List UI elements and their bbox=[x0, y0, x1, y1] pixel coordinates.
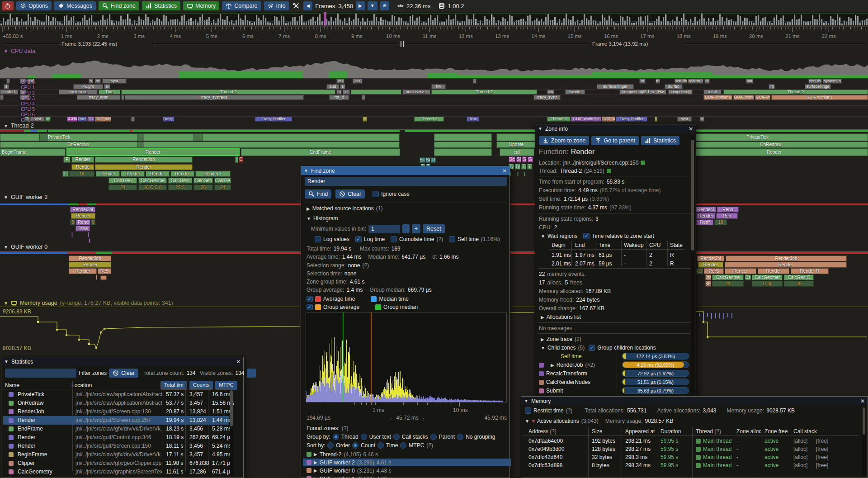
cpu-zone[interactable]: tracy_sysn bbox=[77, 95, 120, 100]
timeline-zone[interactable] bbox=[434, 148, 492, 156]
cpu-zone[interactable]: composer@ bbox=[668, 90, 693, 95]
cpu-zone[interactable]: l bbox=[655, 117, 657, 122]
cpu-zone[interactable]: aud bbox=[326, 84, 339, 89]
collapse-icon[interactable]: ▼ bbox=[304, 168, 308, 173]
cpu-zone[interactable]: GGUIF bbox=[67, 117, 77, 122]
timeline-zone[interactable]: RenderJol bbox=[697, 256, 724, 261]
timeline-zone[interactable] bbox=[100, 275, 107, 280]
cpu-zone[interactable]: surfaceflinge bbox=[805, 84, 831, 89]
timeline-zone[interactable] bbox=[524, 172, 525, 176]
zone-info-titlebar[interactable]: ▼ Zone info ✕ bbox=[535, 124, 696, 133]
allocation-row[interactable]: 0x7dfc53d8988 bytes298.34 ms59.95 sMain … bbox=[521, 462, 865, 470]
expand-icon[interactable]: ▶ bbox=[541, 337, 544, 342]
next-frame-button[interactable]: ▶ bbox=[356, 1, 365, 10]
frame1-label[interactable]: Frame 3,193 (22.45 ms) bbox=[61, 41, 117, 47]
timeline-zone[interactable]: OnRedraw bbox=[0, 142, 400, 148]
statistics-row[interactable]: Renderjni/../jni/src/guif/Screen.cpp:257… bbox=[3, 416, 229, 425]
sort-by-option[interactable]: MTPC bbox=[409, 442, 424, 449]
cpu-zone[interactable] bbox=[131, 117, 135, 122]
timeline-zone[interactable]: 24 bbox=[712, 281, 744, 287]
col-counts[interactable]: Counts bbox=[189, 381, 213, 390]
timeline-zone[interactable]: Render bbox=[696, 213, 715, 219]
messages-button[interactable]: Messages bbox=[54, 1, 96, 10]
timeline-zone[interactable]: Render bbox=[71, 213, 95, 219]
timeline-zone[interactable] bbox=[137, 133, 144, 141]
memory-col-header[interactable]: Zone alloc bbox=[736, 428, 761, 435]
help-hint[interactable]: (?) bbox=[436, 236, 443, 242]
legend-checkbox[interactable]: ✓ bbox=[307, 296, 313, 302]
close-icon[interactable]: ✕ bbox=[860, 398, 865, 404]
frame-overview-strip[interactable] bbox=[0, 12, 868, 26]
timeline-zone[interactable]: Render bbox=[170, 171, 194, 177]
cpu-zone[interactable]: m bbox=[336, 90, 342, 95]
timeline-zone[interactable] bbox=[434, 142, 492, 148]
plus-button[interactable]: + bbox=[412, 224, 420, 233]
cpu-zone[interactable]: system se bbox=[59, 90, 98, 95]
timeline-zone[interactable]: Ty bbox=[515, 164, 520, 170]
statistics-row[interactable]: Clipperjni/../jni/src/claw/gfx/geo/Clipp… bbox=[3, 459, 229, 468]
timeline-zone[interactable]: Render bbox=[71, 156, 94, 163]
statistics-row[interactable]: Renderjni/../jni/src/guif/Control.cpp:34… bbox=[3, 433, 229, 442]
cpu-zone[interactable]: GUI bbox=[87, 117, 94, 122]
guif-worker0-header[interactable]: ▼ GUIF worker 0 bbox=[4, 244, 47, 250]
child-time-bar[interactable]: 4.16 ms (92.60%) bbox=[622, 361, 689, 368]
timeline-zone[interactable]: 24 bbox=[108, 185, 137, 190]
child-time-bar[interactable]: 172.14 µs (3.83%) bbox=[622, 353, 689, 360]
allocation-row[interactable]: 0x7dfaa64e00192 bytes298.21 ms59.95 sMai… bbox=[521, 437, 865, 445]
cpu-zone[interactable] bbox=[362, 95, 365, 100]
timeline-zone[interactable]: Render F bbox=[195, 171, 231, 177]
timeline-zone[interactable]: Dra bbox=[705, 274, 711, 280]
wait-col-header[interactable]: Time bbox=[599, 242, 610, 248]
close-icon[interactable]: ✕ bbox=[236, 359, 241, 365]
timeline-zone[interactable]: Si bbox=[516, 156, 521, 162]
power-button[interactable] bbox=[2, 1, 14, 10]
timeline-zone[interactable] bbox=[71, 232, 73, 237]
wait-col-header[interactable]: Begin bbox=[552, 242, 566, 248]
timeline-zone[interactable] bbox=[235, 156, 238, 163]
collapse-icon[interactable]: ▼ bbox=[4, 195, 8, 200]
timeline-zone[interactable]: S bbox=[528, 156, 533, 162]
timeline-zone[interactable] bbox=[510, 172, 511, 176]
child-zone-row[interactable]: Submit bbox=[539, 388, 563, 394]
timeline-zone[interactable]: CalcGeo bbox=[108, 178, 137, 184]
timeline-zone[interactable]: RenderJol bbox=[70, 207, 95, 213]
timeline-zone[interactable]: 9 bbox=[91, 219, 95, 225]
cpu-zone[interactable]: s bbox=[89, 79, 93, 84]
cpu-zone[interactable]: se bbox=[95, 79, 101, 84]
cpu-zone[interactable]: au bbox=[353, 79, 363, 84]
timeline-zone[interactable]: CalcGeomet bbox=[752, 274, 783, 280]
axis-center[interactable]: ← 45.72 ms → bbox=[380, 415, 434, 421]
guif-worker2-header[interactable]: ▼ GUIF worker 2 bbox=[4, 194, 47, 200]
sort-by-radio[interactable] bbox=[352, 442, 359, 449]
cpu-zone[interactable]: tracy_systrace bbox=[125, 95, 304, 100]
timeline-zone[interactable]: Render bbox=[121, 171, 145, 177]
timeline-zone[interactable]: Render bbox=[146, 171, 170, 177]
cpu-zone[interactable]: s bbox=[340, 84, 345, 89]
group-by-option[interactable]: Parent bbox=[439, 434, 455, 440]
group-by-option[interactable]: No grouping bbox=[466, 434, 495, 440]
find-zone-titlebar[interactable]: ▼ Find zone ✕ bbox=[301, 166, 509, 175]
col-name[interactable]: Name bbox=[5, 382, 69, 388]
memory-col-header[interactable]: Call stack bbox=[793, 428, 817, 435]
reset-button[interactable]: Reset bbox=[423, 224, 445, 233]
statistics-row[interactable]: EndFramejni/../jni/src/claw/gfx/drv/vk/D… bbox=[3, 425, 229, 433]
search-input[interactable]: Render bbox=[305, 177, 507, 186]
button-fragment[interactable] bbox=[247, 369, 256, 378]
log-time-checkbox[interactable]: ✓ bbox=[355, 236, 362, 242]
child-zone-row[interactable]: RecalcTransform bbox=[539, 370, 587, 377]
cpu-zone[interactable]: Thread-2 bbox=[414, 117, 444, 122]
cpu-zone[interactable]: si bbox=[104, 84, 110, 89]
sort-by-option[interactable]: Order bbox=[336, 442, 350, 449]
collapse-icon[interactable]: ▼ bbox=[524, 398, 528, 403]
stats-clear-button[interactable]: Clear bbox=[109, 369, 138, 378]
timeline-zone[interactable] bbox=[193, 133, 203, 141]
timeline-zone[interactable]: Render bbox=[95, 164, 193, 170]
minus-button[interactable]: - bbox=[402, 224, 410, 233]
timeline-zone[interactable] bbox=[434, 133, 492, 141]
cpu-zone[interactable]: aur bbox=[746, 79, 753, 84]
cpu-zone[interactable] bbox=[351, 90, 401, 95]
restrict-time-checkbox[interactable] bbox=[525, 407, 531, 414]
zone-thread[interactable]: Thread-2 bbox=[560, 168, 582, 174]
group-by-radio[interactable] bbox=[393, 434, 400, 440]
statistics-scrollbar[interactable] bbox=[230, 390, 233, 476]
